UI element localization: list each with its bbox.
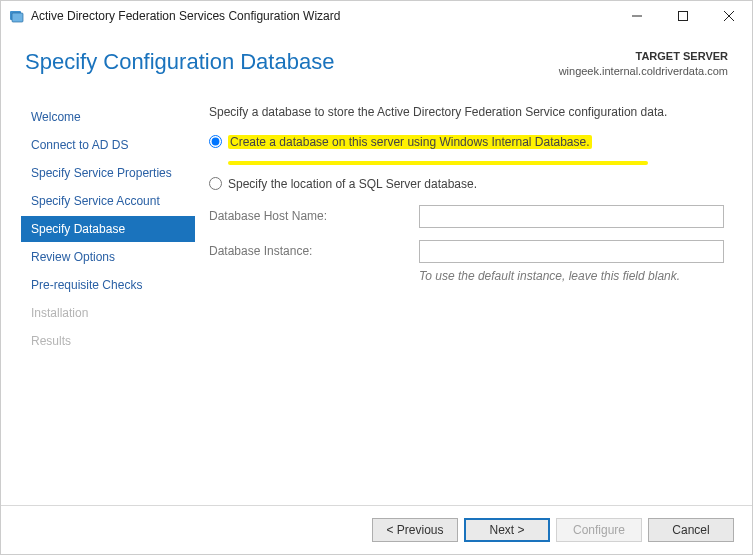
target-server-info: TARGET SERVER wingeek.internal.coldriver… [559,49,728,80]
wizard-header: Specify Configuration Database TARGET SE… [1,31,752,90]
sidebar-item-welcome[interactable]: Welcome [21,104,195,130]
wizard-sidebar: Welcome Connect to AD DS Specify Service… [1,104,195,505]
configure-button[interactable]: Configure [556,518,642,542]
close-button[interactable] [706,1,752,31]
cancel-button[interactable]: Cancel [648,518,734,542]
radio-create-internal-db-label: Create a database on this server using W… [228,135,592,149]
radio-create-internal-db-row[interactable]: Create a database on this server using W… [209,135,724,149]
page-title: Specify Configuration Database [25,49,559,75]
target-server-label: TARGET SERVER [559,49,728,64]
instruction-text: Specify a database to store the Active D… [209,104,724,121]
target-server-value: wingeek.internal.coldriverdata.com [559,64,728,79]
radio-sql-server-row[interactable]: Specify the location of a SQL Server dat… [209,177,724,191]
next-button[interactable]: Next > [464,518,550,542]
sidebar-item-review-options[interactable]: Review Options [21,244,195,270]
database-host-input[interactable] [419,205,724,228]
instance-hint: To use the default instance, leave this … [419,269,724,283]
sidebar-item-prerequisite-checks[interactable]: Pre-requisite Checks [21,272,195,298]
sidebar-item-service-account[interactable]: Specify Service Account [21,188,195,214]
wizard-content: Specify a database to store the Active D… [195,104,752,505]
sidebar-item-specify-database[interactable]: Specify Database [21,216,195,242]
window-title: Active Directory Federation Services Con… [31,9,340,23]
previous-button[interactable]: < Previous [372,518,458,542]
maximize-button[interactable] [660,1,706,31]
sidebar-item-results: Results [21,328,195,354]
database-host-label: Database Host Name: [209,209,419,223]
radio-sql-server[interactable] [209,177,222,190]
sidebar-item-installation: Installation [21,300,195,326]
svg-rect-3 [679,12,688,21]
titlebar: Active Directory Federation Services Con… [1,1,752,31]
minimize-button[interactable] [614,1,660,31]
sidebar-item-connect-ad-ds[interactable]: Connect to AD DS [21,132,195,158]
radio-create-internal-db[interactable] [209,135,222,148]
app-icon [9,8,25,24]
highlight-underline [228,161,648,165]
radio-sql-server-label: Specify the location of a SQL Server dat… [228,177,477,191]
sidebar-item-service-properties[interactable]: Specify Service Properties [21,160,195,186]
window-controls [614,1,752,31]
svg-rect-1 [12,13,23,22]
database-instance-input[interactable] [419,240,724,263]
wizard-footer: < Previous Next > Configure Cancel [1,505,752,554]
database-instance-label: Database Instance: [209,244,419,258]
